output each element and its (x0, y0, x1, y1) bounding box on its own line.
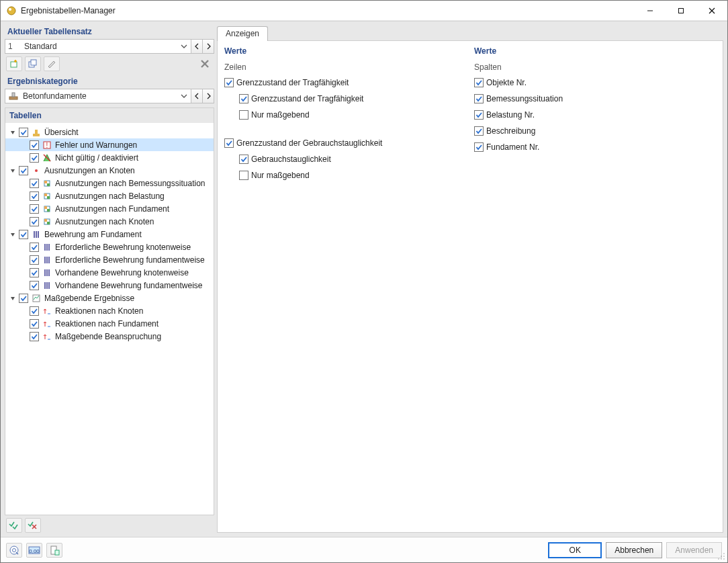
check-item[interactable]: Grenzzustand der Gebrauchstauglichkeit (224, 136, 471, 150)
svg-text:!: ! (46, 142, 48, 149)
check-item[interactable]: Grenzzustand der Tragfähigkeit (224, 76, 471, 89)
category-icon (8, 91, 19, 101)
check-item[interactable]: Grenzzustand der Tragfähigkeit (224, 92, 471, 105)
checkbox[interactable] (30, 255, 39, 265)
checkbox[interactable] (30, 332, 39, 341)
tree-item[interactable]: Maßgebende Beanspruchung (5, 330, 214, 343)
uncheck-all-button[interactable] (25, 518, 41, 533)
check-item[interactable]: Beschreibung (474, 124, 716, 138)
tree-label: Ausnutzungen nach Knoten (55, 217, 154, 226)
units-button[interactable]: 0,00 (26, 543, 42, 558)
cols-label: Spalten (474, 62, 716, 72)
check-item[interactable]: Fundament Nr. (474, 140, 716, 154)
checkbox[interactable] (30, 243, 39, 252)
tree-label: Fehler und Warnungen (55, 140, 137, 150)
tree-item[interactable]: Ausnutzungen nach Bemessungssituation (5, 177, 214, 189)
svg-point-18 (35, 169, 38, 172)
ok-button[interactable]: OK (548, 542, 602, 558)
checkbox[interactable] (30, 204, 39, 214)
checkbox[interactable] (19, 166, 28, 175)
checkbox[interactable] (474, 94, 484, 103)
values-heading: Werte (474, 46, 716, 56)
tree-item[interactable]: Ausnutzungen nach Belastung (5, 189, 214, 202)
tree-group[interactable]: Übersicht (5, 126, 214, 138)
clipboard-button[interactable] (46, 543, 62, 558)
tree-item[interactable]: Reaktionen nach Knoten (5, 304, 214, 317)
tab-display[interactable]: Anzeigen (217, 26, 268, 41)
check-item[interactable]: Bemessungssituation (474, 92, 716, 105)
tree-item[interactable]: Erforderliche Bewehrung fundamentweise (5, 253, 214, 266)
tree-label: Vorhandene Bewehrung fundamentweise (55, 281, 203, 290)
checkbox[interactable] (239, 171, 248, 180)
svg-rect-26 (44, 206, 47, 209)
checkbox[interactable] (474, 142, 484, 152)
check-item[interactable]: Nur maßgebend (224, 169, 471, 182)
checkbox[interactable] (30, 153, 39, 163)
expander-icon[interactable] (8, 294, 17, 303)
checkbox[interactable] (224, 78, 234, 87)
checkbox[interactable] (474, 78, 484, 87)
checkbox[interactable] (30, 140, 39, 150)
tree-item[interactable]: ! Fehler und Warnungen (5, 138, 214, 151)
rename-tableset-button[interactable] (44, 56, 60, 71)
category-prev-button[interactable] (191, 89, 203, 103)
copy-tableset-button[interactable] (25, 56, 41, 71)
tree-item[interactable]: Erforderliche Bewehrung knotenweise (5, 241, 214, 253)
tableset-next-button[interactable] (202, 39, 214, 54)
checkbox[interactable] (30, 179, 39, 188)
maximize-button[interactable] (666, 1, 696, 21)
minimize-button[interactable] (635, 1, 666, 21)
cancel-button[interactable]: Abbrechen (606, 542, 662, 558)
checkbox[interactable] (239, 110, 248, 120)
check-item[interactable]: Objekte Nr. (474, 76, 716, 89)
expander-icon[interactable] (8, 128, 17, 137)
tree-label: Ausnutzungen nach Belastung (55, 191, 165, 201)
tree-group[interactable]: Ausnutzungen an Knoten (5, 164, 214, 177)
check-label: Belastung Nr. (486, 110, 535, 120)
tree-group[interactable]: Maßgebende Ergebnisse (5, 292, 214, 304)
tree-item[interactable]: Ausnutzungen nach Fundament (5, 202, 214, 215)
category-combo[interactable]: Betonfundamente (5, 89, 191, 103)
checkbox[interactable] (474, 110, 484, 120)
check-all-button[interactable] (6, 518, 22, 533)
tree-item[interactable]: Vorhandene Bewehrung fundamentweise (5, 279, 214, 292)
tree-item[interactable]: Reaktionen nach Fundament (5, 317, 214, 330)
apply-button: Anwenden (666, 542, 722, 558)
tableset-combo[interactable]: 1 Standard (5, 39, 191, 54)
check-item[interactable]: Belastung Nr. (474, 108, 716, 122)
tables-tree[interactable]: Übersicht ! Fehler und Warnungen Nicht g… (5, 123, 214, 515)
tree-group[interactable]: Bewehrung am Fundament (5, 228, 214, 241)
rebar-icon (42, 267, 52, 278)
rebar-icon (31, 229, 42, 240)
resize-grip-icon[interactable] (717, 552, 725, 560)
tableset-prev-button[interactable] (191, 39, 203, 54)
expander-icon[interactable] (8, 230, 17, 239)
tree-item[interactable]: Nicht gültig / deaktiviert (5, 151, 214, 164)
check-item[interactable]: Nur maßgebend (224, 108, 471, 122)
help-button[interactable] (6, 543, 22, 558)
delete-tableset-button[interactable] (197, 56, 213, 71)
checkbox[interactable] (474, 126, 484, 136)
tree-item[interactable]: Vorhandene Bewehrung knotenweise (5, 266, 214, 279)
close-button[interactable] (696, 1, 727, 21)
checkbox[interactable] (30, 217, 39, 226)
checkbox[interactable] (30, 191, 39, 201)
checkbox[interactable] (30, 306, 39, 316)
checkbox[interactable] (239, 155, 248, 164)
new-tableset-button[interactable] (6, 56, 22, 71)
check-label: Grenzzustand der Tragfähigkeit (251, 94, 363, 103)
checkbox[interactable] (19, 230, 28, 239)
checkbox[interactable] (19, 128, 28, 137)
tree-item[interactable]: Ausnutzungen nach Knoten (5, 215, 214, 228)
checkbox[interactable] (19, 294, 28, 303)
expander-icon[interactable] (8, 166, 17, 175)
category-next-button[interactable] (202, 89, 214, 103)
checkbox[interactable] (30, 319, 39, 329)
checkbox[interactable] (239, 94, 248, 103)
check-item[interactable]: Gebrauchstauglichkeit (224, 153, 471, 166)
svg-point-58 (723, 558, 725, 560)
checkbox[interactable] (30, 281, 39, 290)
check-label: Bemessungssituation (486, 94, 563, 103)
checkbox[interactable] (224, 138, 234, 148)
checkbox[interactable] (30, 268, 39, 277)
